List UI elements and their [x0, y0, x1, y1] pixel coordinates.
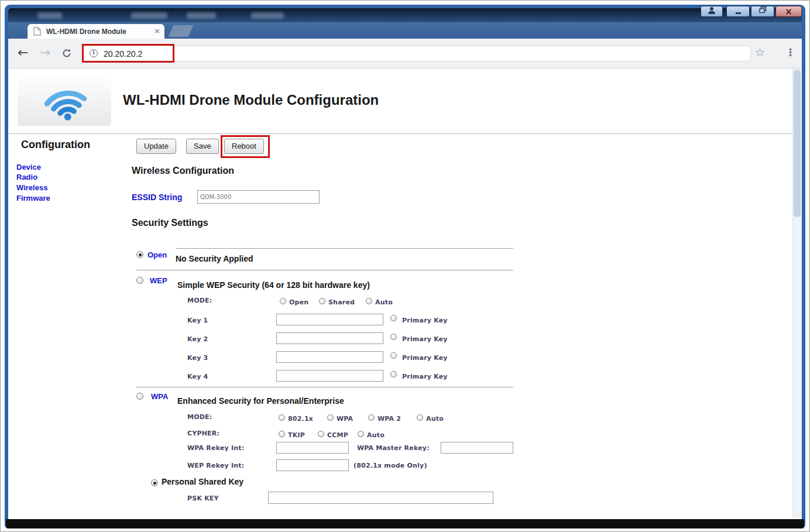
restore-icon	[759, 6, 767, 15]
annotation-reboot-highlight	[221, 135, 270, 158]
key2-primary-label: Primary Key	[402, 335, 448, 343]
section-divider	[136, 387, 513, 387]
wpa-mode-auto-radio[interactable]	[417, 414, 423, 421]
psk-key-label: PSK KEY	[187, 495, 219, 502]
wep-key3-label: Key 3	[187, 354, 208, 362]
wpa-rekey-input[interactable]	[276, 442, 349, 454]
restore-button[interactable]	[751, 6, 774, 17]
address-bar[interactable]	[82, 46, 751, 61]
cypher-tkip-radio[interactable]	[279, 431, 285, 437]
wep-mode-shared-radio[interactable]	[319, 298, 325, 304]
browser-tab[interactable]: WL-HDMI Drone Module ×	[27, 23, 165, 39]
key1-primary-label: Primary Key	[402, 317, 448, 324]
wep-mode-open-option: Open	[289, 298, 308, 306]
three-dot-menu-icon: ⋮	[785, 46, 795, 58]
psk-key-input[interactable]	[268, 492, 493, 504]
wpa-mode-label: MODE:	[187, 413, 212, 421]
key4-primary-label: Primary Key	[402, 373, 448, 380]
sidebar-item-wireless[interactable]: Wireless	[16, 183, 47, 192]
essid-input[interactable]	[197, 190, 320, 204]
open-desc: No Security Applied	[176, 254, 253, 263]
star-icon: ☆	[755, 46, 765, 59]
personal-shared-key-label: Personal Shared Key	[162, 477, 243, 486]
open-label: Open	[147, 250, 167, 259]
security-settings-heading: Security Settings	[132, 218, 208, 228]
wep-key2-input[interactable]	[276, 332, 383, 344]
annotation-url-highlight	[82, 44, 174, 63]
wep-key1-input[interactable]	[276, 314, 383, 325]
window-bottom-bar	[6, 519, 804, 528]
wep-key4-input[interactable]	[276, 370, 383, 382]
wep-mode-shared-option: Shared	[328, 298, 355, 306]
cypher-label: CYPHER:	[187, 430, 219, 437]
sidebar-item-device[interactable]: Device	[16, 163, 41, 171]
wpa-security-radio[interactable]	[136, 393, 143, 400]
person-icon	[708, 7, 716, 16]
key4-primary-radio[interactable]	[390, 371, 397, 377]
wep-mode-open-radio[interactable]	[280, 298, 286, 304]
cypher-auto-radio[interactable]	[358, 431, 364, 437]
wifi-icon	[39, 76, 92, 126]
cypher-ccmp-radio[interactable]	[318, 431, 324, 437]
wep-rekey-label: WEP Rekey Int:	[187, 462, 244, 469]
save-button[interactable]: Save	[186, 139, 219, 154]
wep-rekey-note: (802.1x mode Only)	[353, 462, 427, 469]
screenshot-root: × WL-HDMI Drone Module × ← → i 20.20.20.…	[0, 0, 810, 532]
key3-primary-radio[interactable]	[390, 352, 397, 359]
wpa-mode-wpa2-radio[interactable]	[368, 414, 375, 421]
wep-key3-input[interactable]	[276, 351, 383, 363]
cypher-auto-option: Auto	[367, 431, 385, 439]
site-logo	[18, 72, 111, 126]
sidebar-item-firmware[interactable]: Firmware	[16, 194, 50, 202]
header-divider	[8, 133, 802, 134]
wpa-label: WPA	[151, 392, 168, 401]
back-arrow-icon: ←	[18, 45, 28, 60]
close-button[interactable]: ×	[775, 6, 802, 17]
minimize-button[interactable]	[726, 6, 750, 17]
bookmark-star-button[interactable]: ☆	[755, 46, 765, 59]
wep-security-radio[interactable]	[136, 277, 143, 284]
personal-shared-key-radio[interactable]	[151, 479, 158, 486]
wpa-mode-wpa2-option: WPA 2	[377, 415, 401, 423]
back-button[interactable]: ←	[18, 45, 28, 60]
wep-rekey-input[interactable]	[276, 459, 349, 471]
tab-close-icon[interactable]: ×	[154, 26, 160, 35]
cypher-tkip-option: TKIP	[288, 431, 305, 439]
open-security-radio[interactable]	[136, 251, 143, 258]
wpa-mode-auto-option: Auto	[426, 415, 444, 423]
wep-label: WEP	[150, 276, 167, 285]
wpa-master-rekey-input[interactable]	[441, 442, 513, 454]
browser-menu-button[interactable]: ⋮	[785, 46, 795, 58]
essid-label: ESSID String	[132, 193, 182, 202]
minimize-icon	[736, 12, 741, 14]
cypher-ccmp-option: CCMP	[327, 431, 348, 439]
key1-primary-radio[interactable]	[390, 315, 397, 321]
section-divider	[136, 270, 513, 270]
wep-desc: Simple WEP Security (64 or 128 bit hardw…	[177, 280, 370, 290]
window-titlebar	[8, 8, 802, 22]
wireless-config-heading: Wireless Configuration	[132, 166, 234, 176]
page-scrollbar-thumb[interactable]	[794, 70, 801, 217]
wep-mode-auto-radio[interactable]	[366, 298, 372, 304]
refresh-button[interactable]	[61, 47, 73, 61]
sidebar-item-radio[interactable]: Radio	[16, 173, 37, 181]
update-button[interactable]: Update	[136, 139, 176, 154]
wpa-desc: Enhanced Security for Personal/Enterpris…	[177, 396, 344, 406]
key3-primary-label: Primary Key	[402, 354, 448, 362]
wpa-mode-8021x-radio[interactable]	[279, 414, 285, 421]
key2-primary-radio[interactable]	[390, 334, 397, 340]
section-divider	[176, 248, 513, 249]
profile-button[interactable]	[701, 6, 723, 17]
forward-button[interactable]: →	[40, 45, 50, 60]
forward-arrow-icon: →	[40, 45, 50, 60]
page-favicon-icon	[33, 27, 41, 38]
titlebar-blur	[187, 12, 216, 19]
page-title: WL-HDMI Drone Module Configuration	[123, 92, 379, 108]
titlebar-blur	[131, 12, 167, 19]
wpa-master-rekey-label: WPA Master Rekey:	[357, 444, 430, 452]
wpa-mode-8021x-option: 802.1x	[288, 415, 313, 423]
titlebar-blur	[37, 12, 62, 19]
wpa-mode-wpa-option: WPA	[337, 415, 353, 423]
wpa-mode-wpa-radio[interactable]	[327, 414, 334, 421]
tab-title: WL-HDMI Drone Module	[46, 28, 126, 36]
